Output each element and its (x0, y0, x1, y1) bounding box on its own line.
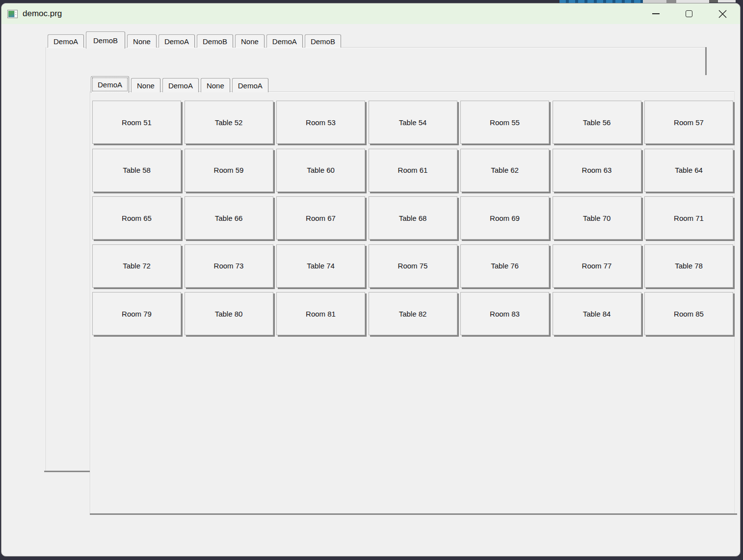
room-65-button[interactable]: Room 65 (92, 196, 181, 240)
inner-page-right-border (734, 91, 735, 514)
app-icon (7, 10, 18, 18)
outer-page-bottom-border (44, 471, 90, 472)
tab-bar-inner: DemoA None DemoA None DemoA (91, 76, 268, 93)
room-53-button[interactable]: Room 53 (276, 101, 365, 144)
table-56-button[interactable]: Table 56 (553, 101, 641, 144)
room-75-button[interactable]: Room 75 (369, 244, 457, 288)
tab-inner-none-1[interactable]: None (131, 78, 160, 92)
room-63-button[interactable]: Room 63 (553, 149, 641, 192)
table-84-button[interactable]: Table 84 (553, 292, 641, 335)
table-76-button[interactable]: Table 76 (460, 244, 549, 288)
tab-outer-demoa-3[interactable]: DemoA (266, 34, 303, 48)
tab-inner-none-2[interactable]: None (201, 78, 230, 92)
room-69-button[interactable]: Room 69 (460, 196, 549, 240)
table-82-button[interactable]: Table 82 (369, 292, 457, 335)
maximize-icon (686, 10, 692, 17)
titlebar: democ.prg (1, 3, 740, 24)
app-icon-doc-pane (14, 11, 17, 17)
table-60-button[interactable]: Table 60 (276, 149, 365, 192)
app-icon-form-pane (8, 11, 14, 17)
room-85-button[interactable]: Room 85 (644, 292, 733, 335)
room-59-button[interactable]: Room 59 (185, 149, 273, 192)
room-73-button[interactable]: Room 73 (185, 244, 273, 288)
tab-outer-demob-2[interactable]: DemoB (197, 34, 233, 48)
tab-bar-outer: DemoA DemoB None DemoA DemoB None DemoA … (48, 31, 341, 49)
inner-page-left-border (90, 91, 91, 515)
outer-page-left-border (46, 47, 47, 472)
room-77-button[interactable]: Room 77 (553, 244, 641, 288)
close-button[interactable] (706, 3, 739, 24)
table-70-button[interactable]: Table 70 (553, 196, 641, 240)
table-54-button[interactable]: Table 54 (369, 101, 457, 144)
room-61-button[interactable]: Room 61 (369, 149, 457, 192)
minimize-icon (652, 13, 660, 14)
room-83-button[interactable]: Room 83 (460, 292, 549, 335)
window-title: democ.prg (23, 9, 62, 19)
tab-outer-demoa-1[interactable]: DemoA (48, 34, 84, 48)
tab-inner-demoa-2[interactable]: DemoA (162, 78, 199, 92)
room-79-button[interactable]: Room 79 (92, 292, 181, 335)
background-window-strip (718, 0, 736, 2)
table-74-button[interactable]: Table 74 (276, 244, 365, 288)
table-72-button[interactable]: Table 72 (92, 244, 181, 288)
caption-buttons (639, 3, 739, 24)
tab-inner-demoa-3[interactable]: DemoA (232, 78, 268, 92)
tab-outer-none-2[interactable]: None (235, 34, 265, 48)
tab-outer-none-1[interactable]: None (127, 34, 157, 48)
table-64-button[interactable]: Table 64 (644, 149, 733, 192)
minimize-button[interactable] (639, 3, 672, 24)
maximize-button[interactable] (672, 3, 706, 24)
button-grid: Room 51 Table 52 Room 53 Table 54 Room 5… (92, 101, 733, 335)
desktop-background: democ.prg D (0, 0, 743, 560)
tab-outer-demoa-2[interactable]: DemoA (159, 34, 195, 48)
table-78-button[interactable]: Table 78 (644, 244, 733, 288)
table-68-button[interactable]: Table 68 (369, 196, 457, 240)
room-51-button[interactable]: Room 51 (92, 101, 181, 144)
outer-page-right-border (705, 47, 707, 75)
room-55-button[interactable]: Room 55 (460, 101, 549, 144)
table-62-button[interactable]: Table 62 (460, 149, 549, 192)
tab-outer-demob-1-selected[interactable]: DemoB (86, 31, 125, 49)
table-66-button[interactable]: Table 66 (185, 196, 273, 240)
room-81-button[interactable]: Room 81 (276, 292, 365, 335)
room-71-button[interactable]: Room 71 (644, 196, 733, 240)
table-80-button[interactable]: Table 80 (185, 292, 273, 335)
room-57-button[interactable]: Room 57 (644, 101, 733, 144)
room-67-button[interactable]: Room 67 (276, 196, 365, 240)
tab-outer-demob-3[interactable]: DemoB (305, 34, 341, 48)
table-52-button[interactable]: Table 52 (185, 101, 273, 144)
background-window-strip (709, 0, 718, 2)
inner-page-bottom-border (90, 513, 737, 515)
table-58-button[interactable]: Table 58 (92, 149, 181, 192)
tab-inner-demoa-1-selected[interactable]: DemoA (91, 76, 129, 93)
close-icon (718, 10, 727, 18)
